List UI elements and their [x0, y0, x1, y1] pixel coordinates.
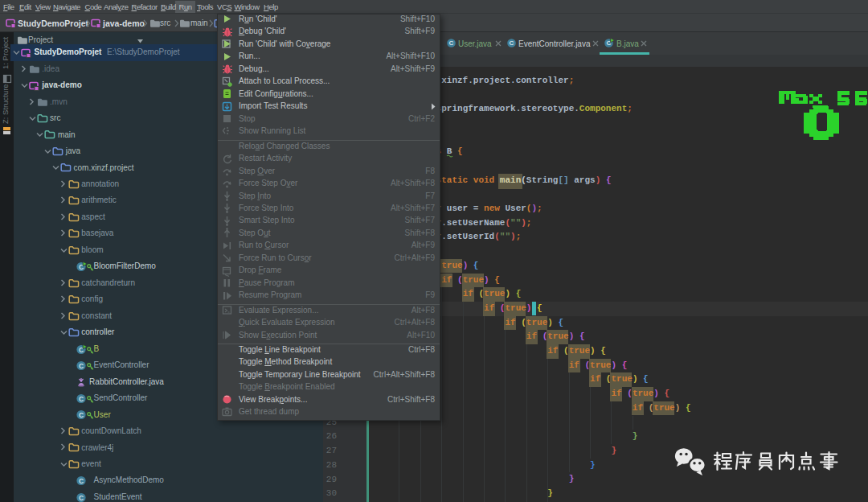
svg-text:C: C	[510, 39, 514, 47]
svg-text:C: C	[79, 493, 84, 501]
svg-text:C: C	[79, 395, 84, 403]
svg-text:C: C	[79, 362, 84, 370]
svg-text:C: C	[79, 411, 84, 419]
svg-text:C: C	[79, 477, 84, 485]
svg-text:C: C	[449, 39, 454, 47]
